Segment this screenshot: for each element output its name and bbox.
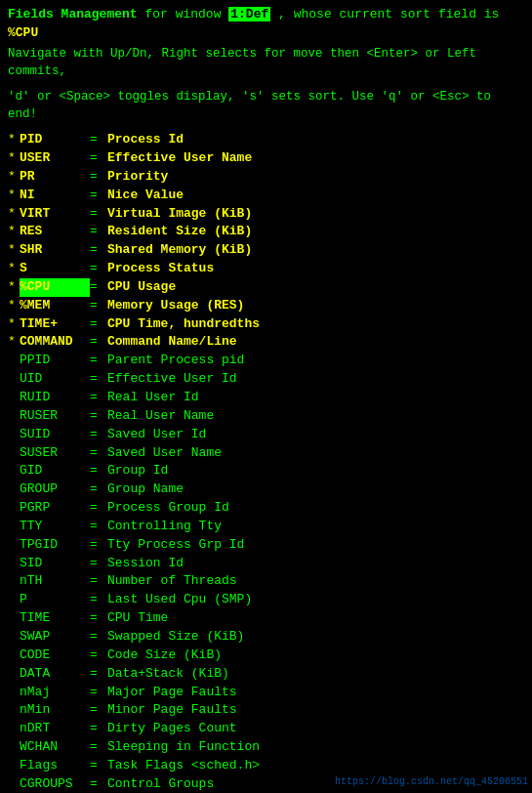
field-desc: Process Id — [107, 131, 524, 149]
field-desc: Resident Size (KiB) — [107, 223, 524, 241]
field-name: GID — [20, 462, 90, 480]
field-equals: = — [90, 223, 107, 241]
field-star: * — [8, 149, 20, 168]
field-name: SWAP — [20, 628, 90, 647]
field-desc: Command Name/Line — [107, 333, 524, 352]
field-equals: = — [90, 720, 107, 738]
field-name: P — [20, 591, 90, 609]
field-row-ndrt[interactable]: nDRT = Dirty Pages Count — [8, 720, 524, 738]
field-name: CGROUPS — [20, 775, 90, 793]
field-equals: = — [90, 462, 107, 480]
field-desc: Real User Id — [107, 389, 524, 407]
field-equals: = — [90, 131, 107, 149]
field-star: * — [8, 333, 20, 352]
field-desc: Last Used Cpu (SMP) — [107, 591, 524, 609]
field-row-gid[interactable]: GID = Group Id — [8, 462, 524, 480]
field-row-flags[interactable]: Flags = Task Flags <sched.h> — [8, 757, 524, 775]
field-desc: CPU Time — [107, 609, 524, 628]
field-row-time[interactable]: TIME = CPU Time — [8, 609, 524, 628]
field-row-group[interactable]: GROUP = Group Name — [8, 480, 524, 499]
field-name: COMMAND — [20, 333, 90, 352]
field-star: * — [8, 187, 20, 205]
field-row-swap[interactable]: SWAP = Swapped Size (KiB) — [8, 628, 524, 647]
field-name: TIME+ — [20, 315, 90, 334]
field-equals: = — [90, 370, 107, 389]
field-equals: = — [90, 665, 107, 684]
field-row-ruser[interactable]: RUSER = Real User Name — [8, 407, 524, 426]
nav-line-2: 'd' or <Space> toggles display, 's' sets… — [8, 88, 524, 123]
field-name: RUID — [20, 389, 90, 407]
field-equals: = — [90, 555, 107, 573]
field-desc: CPU Time, hundredths — [107, 315, 524, 334]
field-desc: Code Size (KiB) — [107, 647, 524, 665]
field-equals: = — [90, 738, 107, 757]
field-equals: = — [90, 591, 107, 609]
field-desc: Nice Value — [107, 187, 524, 205]
field-desc: CPU Usage — [107, 278, 524, 297]
field-equals: = — [90, 499, 107, 518]
field-row-sid[interactable]: SID = Session Id — [8, 555, 524, 573]
field-row-p[interactable]: P = Last Used Cpu (SMP) — [8, 591, 524, 609]
field-star: * — [8, 168, 20, 187]
fields-list: *PID = Process Id*USER = Effective User … — [8, 131, 524, 793]
field-row-pid[interactable]: *PID = Process Id — [8, 131, 524, 149]
field-equals: = — [90, 389, 107, 407]
field-desc: Memory Usage (RES) — [107, 297, 524, 315]
field-row-data[interactable]: DATA = Data+Stack (KiB) — [8, 665, 524, 684]
field-equals: = — [90, 609, 107, 628]
field-equals: = — [90, 536, 107, 555]
field-equals: = — [90, 352, 107, 370]
field-row-nmin[interactable]: nMin = Minor Page Faults — [8, 701, 524, 720]
field-row-user[interactable]: *USER = Effective User Name — [8, 149, 524, 168]
field-row-tpgid[interactable]: TPGID = Tty Process Grp Id — [8, 536, 524, 555]
field-row-code[interactable]: CODE = Code Size (KiB) — [8, 647, 524, 665]
field-row-ppid[interactable]: PPID = Parent Process pid — [8, 352, 524, 370]
field-row-nmaj[interactable]: nMaj = Major Page Faults — [8, 684, 524, 702]
field-row-suser[interactable]: SUSER = Saved User Name — [8, 444, 524, 463]
field-name: TTY — [20, 518, 90, 536]
field-desc: Saved User Name — [107, 444, 524, 463]
field-equals: = — [90, 168, 107, 187]
field-row-nth[interactable]: nTH = Number of Threads — [8, 572, 524, 591]
field-row-suid[interactable]: SUID = Saved User Id — [8, 426, 524, 444]
field-name: nDRT — [20, 720, 90, 738]
field-row-shr[interactable]: *SHR = Shared Memory (KiB) — [8, 241, 524, 260]
nav-line-1: Navigate with Up/Dn, Right selects for m… — [8, 45, 524, 80]
field-equals: = — [90, 278, 107, 297]
field-desc: Sleeping in Function — [107, 738, 524, 757]
field-name: SHR — [20, 241, 90, 260]
field-name: PR — [20, 168, 90, 187]
field-desc: Saved User Id — [107, 426, 524, 444]
field-name: USER — [20, 149, 90, 168]
field-desc: Major Page Faults — [107, 684, 524, 702]
field-name: TIME — [20, 609, 90, 628]
field-desc: Number of Threads — [107, 572, 524, 591]
field-desc: Parent Process pid — [107, 352, 524, 370]
field-row-res[interactable]: *RES = Resident Size (KiB) — [8, 223, 524, 241]
field-row-time+[interactable]: *TIME+ = CPU Time, hundredths — [8, 315, 524, 334]
field-name: Flags — [20, 757, 90, 775]
field-row-pgrp[interactable]: PGRP = Process Group Id — [8, 499, 524, 518]
field-desc: Process Status — [107, 260, 524, 278]
field-name: RUSER — [20, 407, 90, 426]
field-row-%cpu[interactable]: *%CPU = CPU Usage — [8, 278, 524, 297]
field-row-tty[interactable]: TTY = Controlling Tty — [8, 518, 524, 536]
field-row-%mem[interactable]: *%MEM = Memory Usage (RES) — [8, 297, 524, 315]
field-name: %MEM — [20, 297, 90, 315]
field-row-uid[interactable]: UID = Effective User Id — [8, 370, 524, 389]
field-row-ruid[interactable]: RUID = Real User Id — [8, 389, 524, 407]
field-star: * — [8, 278, 20, 297]
field-name: UID — [20, 370, 90, 389]
field-row-command[interactable]: *COMMAND = Command Name/Line — [8, 333, 524, 352]
field-star: * — [8, 205, 20, 224]
field-equals: = — [90, 333, 107, 352]
field-row-ni[interactable]: *NI = Nice Value — [8, 187, 524, 205]
field-star: * — [8, 315, 20, 334]
field-row-s[interactable]: *S = Process Status — [8, 260, 524, 278]
field-row-wchan[interactable]: WCHAN = Sleeping in Function — [8, 738, 524, 757]
field-row-pr[interactable]: *PR = Priority — [8, 168, 524, 187]
field-star: * — [8, 131, 20, 149]
field-row-virt[interactable]: *VIRT = Virtual Image (KiB) — [8, 205, 524, 224]
field-name: SUID — [20, 426, 90, 444]
field-name: RES — [20, 223, 90, 241]
